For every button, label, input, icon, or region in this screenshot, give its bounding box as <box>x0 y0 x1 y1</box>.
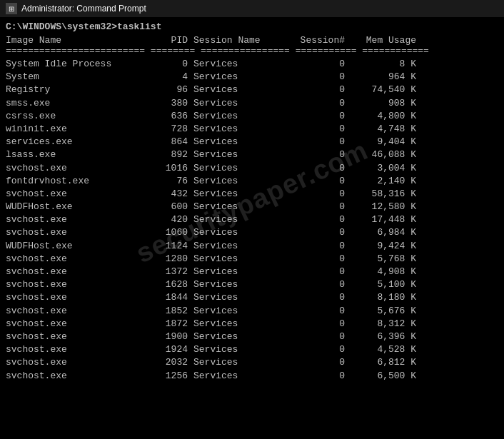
cell-image: WUDFHost.exe <box>6 201 141 213</box>
table-row: wininit.exe 728 Services 0 4,748 K <box>6 123 498 136</box>
cell-session: Services <box>188 84 281 96</box>
table-row: System Idle Process 0 Services 0 8 K <box>6 58 498 71</box>
table-row: svchost.exe 1280 Services 0 5,768 K <box>6 253 498 266</box>
table-row: svchost.exe 2032 Services 0 6,812 K <box>6 356 498 369</box>
cell-session: Services <box>188 305 281 318</box>
cell-session: Services <box>188 253 281 266</box>
cell-mem: 58,316 K <box>345 188 416 201</box>
cell-session: Services <box>188 97 281 110</box>
cell-pid: 380 <box>141 97 188 110</box>
title-bar: ⊞ Administrator: Command Prompt <box>0 0 504 17</box>
cell-session: Services <box>188 123 281 136</box>
table-row: svchost.exe 1872 Services 0 8,312 K <box>6 318 498 330</box>
cell-mem: 5,768 K <box>345 253 416 266</box>
cell-image: WUDFHost.exe <box>6 240 141 253</box>
table-row: smss.exe 380 Services 0 908 K <box>6 97 498 110</box>
cell-session-num: 0 <box>281 305 345 318</box>
cell-session-num: 0 <box>281 226 345 239</box>
col-header-session: Session Name <box>188 35 281 46</box>
cell-session-num: 0 <box>281 136 345 148</box>
cell-pid: 728 <box>141 123 188 136</box>
cell-image: svchost.exe <box>6 343 141 356</box>
cell-mem: 74,540 K <box>345 84 416 96</box>
cell-image: svchost.exe <box>6 291 141 304</box>
cell-pid: 1256 <box>141 370 188 383</box>
cell-session-num: 0 <box>281 343 345 356</box>
cell-image: svchost.exe <box>6 318 141 330</box>
cell-mem: 3,004 K <box>345 162 416 175</box>
cell-mem: 908 K <box>345 97 416 110</box>
cell-pid: 4 <box>141 71 188 84</box>
cell-session: Services <box>188 58 281 71</box>
cell-session: Services <box>188 175 281 188</box>
table-row: services.exe 864 Services 0 9,404 K <box>6 136 498 148</box>
cell-session-num: 0 <box>281 58 345 71</box>
table-row: svchost.exe 1844 Services 0 8,180 K <box>6 291 498 304</box>
cell-image: wininit.exe <box>6 123 141 136</box>
cell-pid: 1280 <box>141 253 188 266</box>
cell-session-num: 0 <box>281 148 345 161</box>
cell-pid: 96 <box>141 84 188 96</box>
cell-session-num: 0 <box>281 370 345 383</box>
cell-session-num: 0 <box>281 253 345 266</box>
table-row: fontdrvhost.exe 76 Services 0 2,140 K <box>6 175 498 188</box>
cell-image: fontdrvhost.exe <box>6 175 141 188</box>
cell-session-num: 0 <box>281 84 345 96</box>
table-row: lsass.exe 892 Services 0 46,088 K <box>6 148 498 161</box>
cell-pid: 1900 <box>141 330 188 343</box>
cell-pid: 1372 <box>141 266 188 278</box>
cell-session-num: 0 <box>281 278 345 291</box>
cell-image: svchost.exe <box>6 305 141 318</box>
cell-session-num: 0 <box>281 110 345 123</box>
cell-session: Services <box>188 330 281 343</box>
cell-session: Services <box>188 162 281 175</box>
cell-pid: 0 <box>141 58 188 71</box>
cell-session: Services <box>188 278 281 291</box>
cell-pid: 1924 <box>141 343 188 356</box>
terminal-window: securitypaper.com C:\WINDOWS\system32>ta… <box>0 17 504 387</box>
cell-image: svchost.exe <box>6 226 141 239</box>
cell-session: Services <box>188 213 281 226</box>
table-row: csrss.exe 636 Services 0 4,800 K <box>6 110 498 123</box>
title-bar-label: Administrator: Command Prompt <box>21 4 146 14</box>
table-row: svchost.exe 1852 Services 0 5,676 K <box>6 305 498 318</box>
cell-mem: 9,424 K <box>345 240 416 253</box>
cell-pid: 1124 <box>141 240 188 253</box>
table-row: svchost.exe 1016 Services 0 3,004 K <box>6 162 498 175</box>
cell-pid: 892 <box>141 148 188 161</box>
col-header-image: Image Name <box>6 35 141 46</box>
cell-session: Services <box>188 136 281 148</box>
cell-pid: 432 <box>141 188 188 201</box>
cell-pid: 420 <box>141 213 188 226</box>
cell-image: services.exe <box>6 136 141 148</box>
cell-mem: 4,800 K <box>345 110 416 123</box>
cell-pid: 864 <box>141 136 188 148</box>
cell-pid: 1872 <box>141 318 188 330</box>
cell-session: Services <box>188 370 281 383</box>
table-row: svchost.exe 1060 Services 0 6,984 K <box>6 226 498 239</box>
cell-mem: 6,396 K <box>345 330 416 343</box>
cell-pid: 1060 <box>141 226 188 239</box>
cell-mem: 8,180 K <box>345 291 416 304</box>
col-header-session-num: Session# <box>281 35 345 46</box>
cell-image: svchost.exe <box>6 162 141 175</box>
table-row: svchost.exe 1924 Services 0 4,528 K <box>6 343 498 356</box>
cell-session-num: 0 <box>281 188 345 201</box>
cell-pid: 1844 <box>141 291 188 304</box>
cell-image: svchost.exe <box>6 253 141 266</box>
cell-image: Registry <box>6 84 141 96</box>
cell-session-num: 0 <box>281 71 345 84</box>
cell-session-num: 0 <box>281 162 345 175</box>
cell-mem: 5,676 K <box>345 305 416 318</box>
cell-session: Services <box>188 356 281 369</box>
cell-session: Services <box>188 266 281 278</box>
cell-image: System <box>6 71 141 84</box>
cell-pid: 1016 <box>141 162 188 175</box>
cell-session-num: 0 <box>281 240 345 253</box>
cell-session: Services <box>188 71 281 84</box>
table-row: WUDFHost.exe 1124 Services 0 9,424 K <box>6 240 498 253</box>
cell-session-num: 0 <box>281 266 345 278</box>
cell-mem: 8,312 K <box>345 318 416 330</box>
cell-session-num: 0 <box>281 291 345 304</box>
table-row: svchost.exe 420 Services 0 17,448 K <box>6 213 498 226</box>
